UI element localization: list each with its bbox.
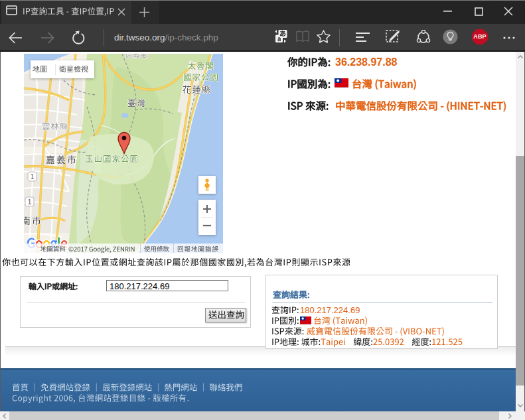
svg-text:1: 1 xyxy=(28,198,32,206)
svg-text:1: 1 xyxy=(31,173,35,180)
